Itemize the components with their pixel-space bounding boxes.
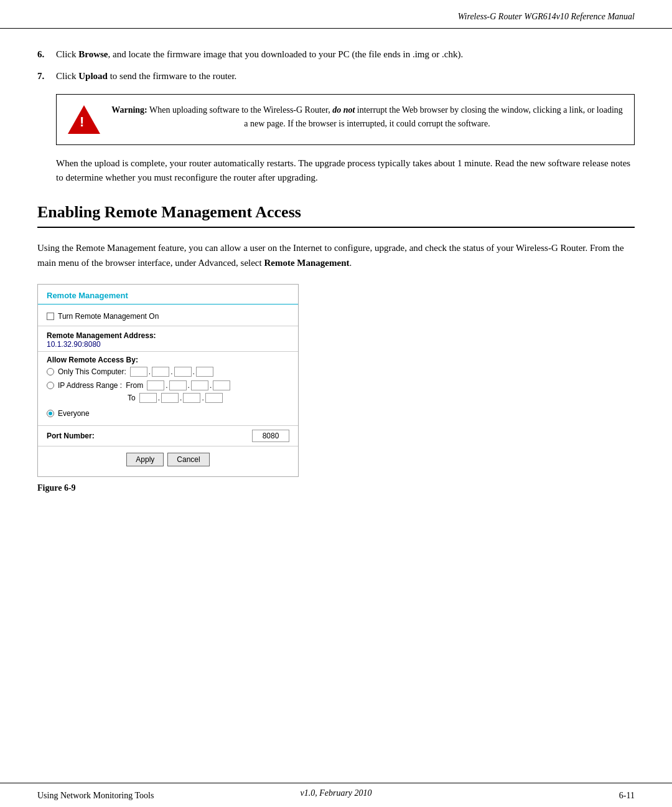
step-7-number: 7. xyxy=(37,69,56,83)
rm-from-ip-1[interactable] xyxy=(147,380,164,390)
rm-address-value: 10.1.32.90:8080 xyxy=(47,340,289,349)
rm-radio-only[interactable] xyxy=(47,368,54,375)
rm-only-ip-4[interactable] xyxy=(196,367,213,377)
warning-icon xyxy=(68,103,100,136)
warning-triangle-icon xyxy=(68,105,100,134)
section-heading: Enabling Remote Management Access xyxy=(37,203,635,228)
apply-button[interactable]: Apply xyxy=(126,453,164,466)
step-6-number: 6. xyxy=(37,47,56,62)
step-6-content: Click Browse, and locate the firmware im… xyxy=(56,47,635,62)
rm-ip-range-label: IP Address Range : xyxy=(58,381,122,390)
rm-ip-range-block: IP Address Range : From . . . xyxy=(47,380,289,403)
rm-only-ip-3[interactable] xyxy=(174,367,192,377)
rm-port-label: Port Number: xyxy=(47,432,95,440)
figure-label: Figure 6-9 xyxy=(37,483,635,493)
rm-title: Remote Management xyxy=(38,285,298,304)
rm-only-this-computer-row: Only This Computer: . . . xyxy=(47,367,289,377)
rm-from-ip: . . . xyxy=(147,380,230,390)
warning-box: Warning: When uploading software to the … xyxy=(56,94,635,145)
main-content: 6. Click Browse, and locate the firmware… xyxy=(0,29,672,783)
rm-ip-range-from-row: IP Address Range : From . . . xyxy=(47,380,289,390)
rm-from-ip-2[interactable] xyxy=(169,380,187,390)
rm-address-label: Remote Management Address: xyxy=(47,331,289,340)
warning-text: Warning: When uploading software to the … xyxy=(111,103,623,130)
remote-management-ui: Remote Management Turn Remote Management… xyxy=(37,284,299,477)
rm-checkbox-label: Turn Remote Management On xyxy=(58,312,159,321)
page-header: Wireless-G Router WGR614v10 Reference Ma… xyxy=(0,0,672,29)
intro-para: Using the Remote Management feature, you… xyxy=(37,240,635,270)
rm-from-ip-3[interactable] xyxy=(191,380,208,390)
rm-access-section: Allow Remote Access By: Only This Comput… xyxy=(38,352,298,426)
step-7: 7. Click Upload to send the firmware to … xyxy=(37,69,635,83)
rm-from-ip-4[interactable] xyxy=(213,380,230,390)
rm-to-ip-4[interactable] xyxy=(205,393,223,403)
page-footer: Using Network Monitoring Tools v1.0, Feb… xyxy=(0,783,672,807)
footer-version: v1.0, February 2010 xyxy=(274,788,398,798)
footer-left: Using Network Monitoring Tools xyxy=(37,791,154,801)
warning-donot: do not xyxy=(332,105,355,115)
rm-radio-range[interactable] xyxy=(47,382,54,389)
rm-everyone-label: Everyone xyxy=(58,409,90,418)
rm-only-ip-2[interactable] xyxy=(152,367,169,377)
upload-complete-para: When the upload is complete, your router… xyxy=(56,156,635,186)
rm-allow-label: Allow Remote Access By: xyxy=(47,356,289,364)
rm-only-ip: . . . xyxy=(130,367,213,377)
step-7-bold: Upload xyxy=(78,71,108,81)
rm-from-label: From xyxy=(126,381,143,390)
rm-checkbox-section: Turn Remote Management On xyxy=(38,304,298,326)
rm-to-label: To xyxy=(128,394,136,402)
rm-only-label: Only This Computer: xyxy=(58,367,126,376)
footer-right: 6-11 xyxy=(619,791,635,801)
step-7-content: Click Upload to send the firmware to the… xyxy=(56,69,635,83)
rm-to-ip-2[interactable] xyxy=(161,393,179,403)
rm-address-section: Remote Management Address: 10.1.32.90:80… xyxy=(38,326,298,352)
intro-bold: Remote Management xyxy=(264,258,349,268)
rm-checkbox[interactable] xyxy=(47,313,54,320)
rm-checkbox-row: Turn Remote Management On xyxy=(47,312,289,321)
rm-everyone-row: Everyone xyxy=(47,407,289,420)
rm-port-input[interactable] xyxy=(252,430,289,442)
step-6: 6. Click Browse, and locate the firmware… xyxy=(37,47,635,62)
rm-to-ip: . . . xyxy=(139,393,223,403)
rm-to-ip-3[interactable] xyxy=(183,393,200,403)
rm-to-ip-1[interactable] xyxy=(139,393,157,403)
header-title: Wireless-G Router WGR614v10 Reference Ma… xyxy=(458,12,635,21)
rm-radio-everyone[interactable] xyxy=(47,410,54,417)
warning-label: Warning: xyxy=(111,105,147,115)
rm-buttons: Apply Cancel xyxy=(38,446,298,469)
rm-only-ip-1[interactable] xyxy=(130,367,147,377)
rm-ip-range-to-row: To . . . xyxy=(128,393,289,403)
rm-port-row: Port Number: xyxy=(38,426,298,446)
page: Wireless-G Router WGR614v10 Reference Ma… xyxy=(0,0,672,807)
cancel-button[interactable]: Cancel xyxy=(167,453,209,466)
step-6-bold: Browse xyxy=(78,49,108,59)
